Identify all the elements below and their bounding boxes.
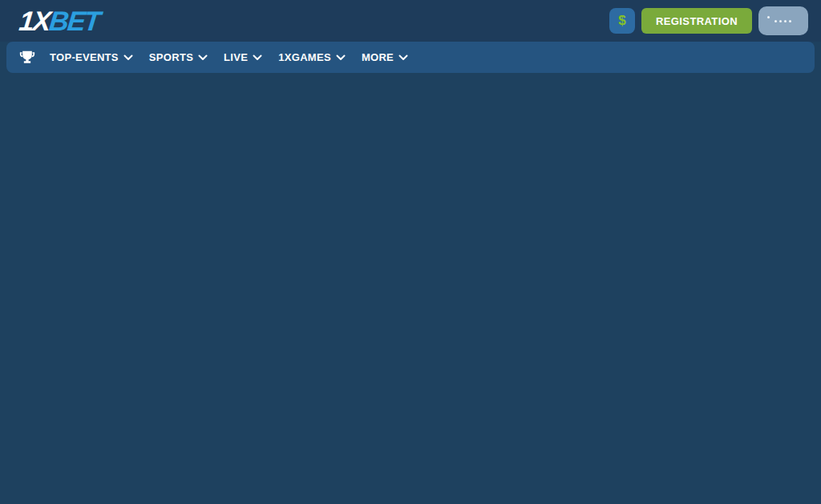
chevron-down-icon [398, 54, 408, 61]
chevron-down-icon [336, 54, 346, 61]
nav-item-label: LIVE [224, 51, 248, 63]
nav-item-more[interactable]: MORE [354, 42, 416, 73]
logo-part-bet: BET [48, 6, 101, 36]
nav-item-live[interactable]: LIVE [216, 42, 270, 73]
dots-icon [767, 20, 791, 22]
logo-part-1x: 1X [18, 6, 51, 36]
main-navbar: TOP-EVENTS SPORTS LIVE 1XGAMES MORE [6, 42, 815, 73]
nav-item-sports[interactable]: SPORTS [141, 42, 216, 73]
header: 1XBET $ REGISTRATION [0, 0, 821, 42]
main-content [0, 73, 821, 504]
nav-item-top-events[interactable]: TOP-EVENTS [47, 42, 141, 73]
nav-item-1xgames[interactable]: 1XGAMES [270, 42, 354, 73]
chevron-down-icon [198, 54, 208, 61]
currency-button[interactable]: $ [609, 8, 635, 34]
menu-dots-button[interactable] [758, 6, 808, 35]
chevron-down-icon [123, 54, 133, 61]
chevron-down-icon [253, 54, 262, 61]
dollar-icon: $ [618, 13, 625, 29]
registration-button[interactable]: REGISTRATION [641, 8, 752, 34]
trophy-icon [19, 50, 35, 66]
page: 1XBET $ REGISTRATION [0, 0, 821, 504]
logo[interactable]: 1XBET [18, 7, 100, 34]
nav-item-label: 1XGAMES [278, 51, 331, 63]
header-actions: $ REGISTRATION [609, 6, 808, 35]
nav-item-label: TOP-EVENTS [50, 51, 119, 63]
nav-item-label: MORE [362, 51, 394, 63]
nav-item-label: SPORTS [149, 51, 193, 63]
